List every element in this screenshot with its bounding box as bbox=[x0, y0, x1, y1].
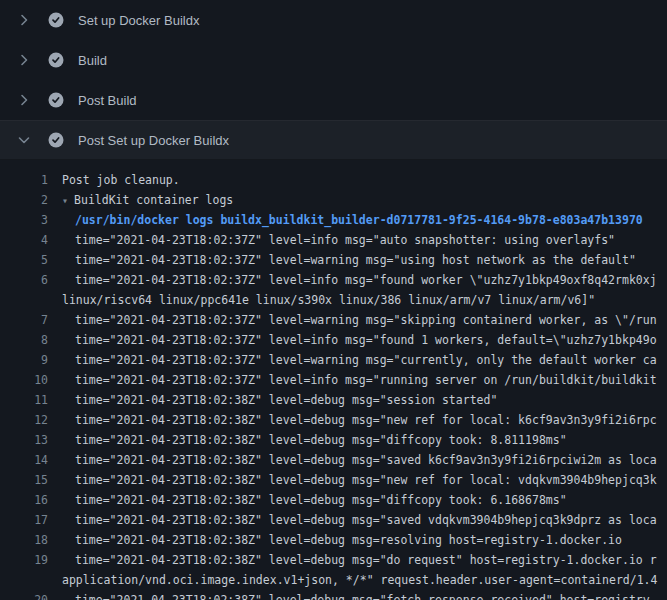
log-line[interactable]: 2 ▾BuildKit container logs bbox=[0, 190, 667, 210]
check-circle-icon bbox=[48, 52, 64, 68]
log-line-text: time="2021-04-23T18:02:38Z" level=debug … bbox=[48, 590, 667, 600]
log-line-text: time="2021-04-23T18:02:38Z" level=debug … bbox=[48, 450, 667, 470]
log-line-text: time="2021-04-23T18:02:37Z" level=info m… bbox=[48, 230, 667, 250]
step-label: Post Set up Docker Buildx bbox=[78, 133, 229, 148]
log-line-number[interactable]: 19 bbox=[0, 550, 48, 570]
step-header-set-up-docker-buildx[interactable]: Set up Docker Buildx bbox=[0, 0, 667, 40]
log-line: 19 time="2021-04-23T18:02:38Z" level=deb… bbox=[0, 550, 667, 570]
chevron-down-icon bbox=[16, 132, 32, 148]
log-line-number[interactable]: 12 bbox=[0, 410, 48, 430]
log-line: 8 time="2021-04-23T18:02:37Z" level=info… bbox=[0, 330, 667, 350]
check-circle-icon bbox=[48, 132, 64, 148]
step-header-post-set-up-docker-buildx[interactable]: Post Set up Docker Buildx bbox=[0, 120, 667, 160]
log-line: 18 time="2021-04-23T18:02:38Z" level=deb… bbox=[0, 530, 667, 550]
log-line: 6 time="2021-04-23T18:02:37Z" level=info… bbox=[0, 270, 667, 290]
log-line: 15 time="2021-04-23T18:02:38Z" level=deb… bbox=[0, 470, 667, 490]
log-line-text: time="2021-04-23T18:02:37Z" level=warnin… bbox=[48, 350, 667, 370]
chevron-right-icon bbox=[16, 92, 32, 108]
log-line-text: /usr/bin/docker logs buildx_buildkit_bui… bbox=[48, 210, 667, 230]
log-line: linux/riscv64 linux/ppc641e linux/s390x … bbox=[0, 290, 667, 310]
log-line: 13 time="2021-04-23T18:02:38Z" level=deb… bbox=[0, 430, 667, 450]
log-line-number[interactable]: 15 bbox=[0, 470, 48, 490]
log-line-number[interactable]: 17 bbox=[0, 510, 48, 530]
log-line-text: time="2021-04-23T18:02:38Z" level=debug … bbox=[48, 550, 667, 570]
log-line-text: ▾BuildKit container logs bbox=[48, 190, 667, 210]
log-line-text: time="2021-04-23T18:02:38Z" level=debug … bbox=[48, 510, 667, 530]
log-line: 14 time="2021-04-23T18:02:38Z" level=deb… bbox=[0, 450, 667, 470]
step-header-post-build[interactable]: Post Build bbox=[0, 80, 667, 120]
chevron-right-icon bbox=[16, 12, 32, 28]
log-line-number[interactable]: 10 bbox=[0, 370, 48, 390]
check-circle-icon bbox=[48, 12, 64, 28]
log-line-text: time="2021-04-23T18:02:37Z" level=warnin… bbox=[48, 250, 667, 270]
step-label: Build bbox=[78, 53, 107, 68]
log-line-number[interactable]: 20 bbox=[0, 590, 48, 600]
log-line-number[interactable]: 18 bbox=[0, 530, 48, 550]
log-line-text: time="2021-04-23T18:02:37Z" level=info m… bbox=[48, 370, 667, 390]
steps-list: Set up Docker Buildx Build Post Bu bbox=[0, 0, 667, 160]
log-line: application/vnd.oci.image.index.v1+json,… bbox=[0, 570, 667, 590]
log-line: 1 Post job cleanup. bbox=[0, 170, 667, 190]
log-line: 17 time="2021-04-23T18:02:38Z" level=deb… bbox=[0, 510, 667, 530]
log-line-text: time="2021-04-23T18:02:38Z" level=debug … bbox=[48, 430, 667, 450]
log-line-text: application/vnd.oci.image.index.v1+json,… bbox=[48, 570, 667, 590]
group-expanded-icon[interactable]: ▾ bbox=[62, 195, 68, 206]
log-line-number[interactable]: 7 bbox=[0, 310, 48, 330]
log-line: 7 time="2021-04-23T18:02:37Z" level=warn… bbox=[0, 310, 667, 330]
log-line-number[interactable]: 14 bbox=[0, 450, 48, 470]
log-line-text: time="2021-04-23T18:02:38Z" level=debug … bbox=[48, 470, 667, 490]
log-line-text: time="2021-04-23T18:02:38Z" level=debug … bbox=[48, 390, 667, 410]
check-circle-icon bbox=[48, 92, 64, 108]
log-line-number[interactable]: 8 bbox=[0, 330, 48, 350]
log-line-text: linux/riscv64 linux/ppc641e linux/s390x … bbox=[48, 290, 667, 310]
log-viewer: 1 Post job cleanup. 2 ▾BuildKit containe… bbox=[0, 160, 667, 600]
log-line-number[interactable]: 4 bbox=[0, 230, 48, 250]
log-line: 20 time="2021-04-23T18:02:38Z" level=deb… bbox=[0, 590, 667, 600]
log-line-number[interactable]: 16 bbox=[0, 490, 48, 510]
log-line-text: time="2021-04-23T18:02:37Z" level=info m… bbox=[48, 330, 667, 350]
log-line-number[interactable] bbox=[0, 290, 48, 310]
log-line: 16 time="2021-04-23T18:02:38Z" level=deb… bbox=[0, 490, 667, 510]
log-line-text: time="2021-04-23T18:02:38Z" level=debug … bbox=[48, 410, 667, 430]
log-line-number[interactable]: 9 bbox=[0, 350, 48, 370]
log-line-text: time="2021-04-23T18:02:37Z" level=warnin… bbox=[48, 310, 667, 330]
log-line: 9 time="2021-04-23T18:02:37Z" level=warn… bbox=[0, 350, 667, 370]
log-line: 5 time="2021-04-23T18:02:37Z" level=warn… bbox=[0, 250, 667, 270]
log-line: 11 time="2021-04-23T18:02:38Z" level=deb… bbox=[0, 390, 667, 410]
step-label: Set up Docker Buildx bbox=[78, 13, 199, 28]
step-header-build[interactable]: Build bbox=[0, 40, 667, 80]
log-line: 12 time="2021-04-23T18:02:38Z" level=deb… bbox=[0, 410, 667, 430]
log-line-number[interactable]: 13 bbox=[0, 430, 48, 450]
log-line-number[interactable]: 5 bbox=[0, 250, 48, 270]
chevron-right-icon bbox=[16, 52, 32, 68]
log-line-text: time="2021-04-23T18:02:38Z" level=debug … bbox=[48, 530, 667, 550]
log-line-number[interactable]: 2 bbox=[0, 190, 48, 210]
log-line-number[interactable]: 11 bbox=[0, 390, 48, 410]
log-line-number[interactable]: 3 bbox=[0, 210, 48, 230]
log-line: 10 time="2021-04-23T18:02:37Z" level=inf… bbox=[0, 370, 667, 390]
log-line-number[interactable]: 1 bbox=[0, 170, 48, 190]
log-line-number[interactable]: 6 bbox=[0, 270, 48, 290]
log-line-text: time="2021-04-23T18:02:37Z" level=info m… bbox=[48, 270, 667, 290]
log-line-number[interactable] bbox=[0, 570, 48, 590]
log-line-text: Post job cleanup. bbox=[48, 170, 667, 190]
log-line: 3 /usr/bin/docker logs buildx_buildkit_b… bbox=[0, 210, 667, 230]
step-label: Post Build bbox=[78, 93, 137, 108]
log-line-text: time="2021-04-23T18:02:38Z" level=debug … bbox=[48, 490, 667, 510]
log-line: 4 time="2021-04-23T18:02:37Z" level=info… bbox=[0, 230, 667, 250]
